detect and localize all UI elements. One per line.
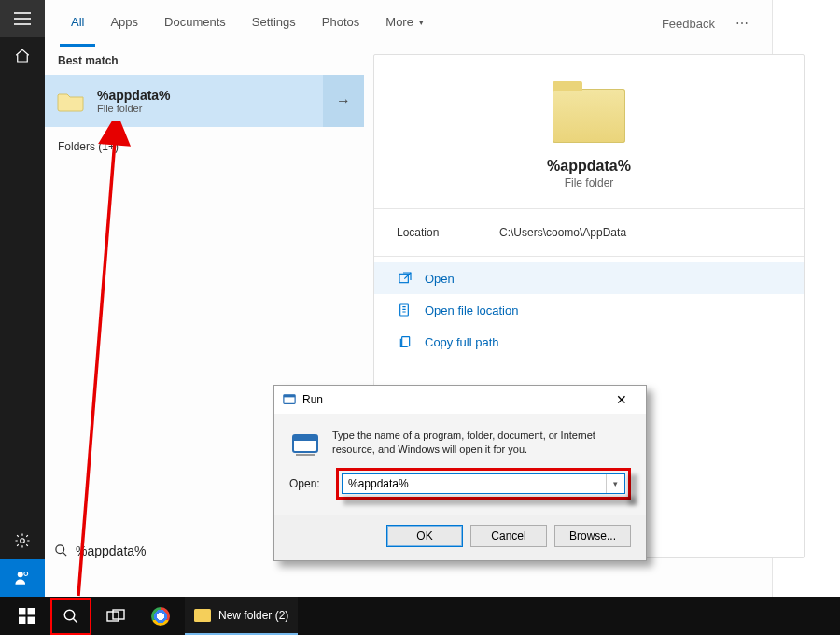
run-dialog: Run ✕ Type the name of a program, folder… xyxy=(273,385,647,561)
chevron-down-icon: ▾ xyxy=(419,18,424,27)
svg-rect-0 xyxy=(19,608,25,614)
browse-button[interactable]: Browse... xyxy=(554,525,631,547)
folder-icon xyxy=(194,609,211,622)
svg-point-11 xyxy=(21,539,25,543)
preview-title: %appdata% xyxy=(374,158,804,175)
copy-icon xyxy=(397,334,413,349)
action-open[interactable]: Open xyxy=(374,262,804,294)
taskbar-search-button[interactable] xyxy=(54,601,88,631)
tab-apps[interactable]: Apps xyxy=(99,0,149,47)
cancel-button[interactable]: Cancel xyxy=(470,525,547,547)
open-icon xyxy=(397,271,413,286)
taskbar-window-newfolder[interactable]: New folder (2) xyxy=(185,597,298,635)
folder-icon xyxy=(45,90,97,112)
svg-point-13 xyxy=(24,572,28,576)
open-label: Open: xyxy=(289,477,327,490)
svg-rect-16 xyxy=(399,274,408,282)
preview-subtitle: File folder xyxy=(374,176,804,190)
tab-all[interactable]: All xyxy=(60,0,95,47)
svg-rect-24 xyxy=(296,454,315,456)
best-match-subtitle: File folder xyxy=(97,103,323,114)
tab-photos[interactable]: Photos xyxy=(311,0,371,47)
svg-point-14 xyxy=(56,545,64,554)
open-field-highlight: ▾ xyxy=(336,468,631,500)
svg-rect-21 xyxy=(284,395,295,398)
open-input[interactable] xyxy=(343,474,606,493)
preview-details: Location C:\Users\coomo\AppData xyxy=(374,208,804,257)
action-label: Open xyxy=(425,272,455,286)
settings-gear-icon[interactable] xyxy=(0,522,45,559)
svg-rect-17 xyxy=(400,304,409,316)
more-options-button[interactable]: ⋯ xyxy=(728,16,757,31)
task-view-button[interactable] xyxy=(95,597,136,635)
account-icon[interactable] xyxy=(0,559,45,597)
folder-icon xyxy=(553,89,625,143)
expand-arrow-icon[interactable]: → xyxy=(323,75,364,127)
svg-rect-2 xyxy=(19,617,25,624)
svg-rect-18 xyxy=(402,337,410,346)
svg-line-15 xyxy=(63,552,66,556)
best-match-item[interactable]: %appdata% File folder → xyxy=(45,75,364,127)
action-label: Copy full path xyxy=(425,335,499,349)
svg-rect-3 xyxy=(27,617,34,624)
folders-group-header[interactable]: Folders (1+) xyxy=(45,127,364,166)
svg-line-5 xyxy=(73,618,77,623)
run-dialog-title: Run xyxy=(302,393,323,406)
action-copy-path[interactable]: Copy full path xyxy=(374,326,804,358)
action-label: Open file location xyxy=(425,303,518,318)
close-button[interactable]: ✕ xyxy=(603,392,640,407)
run-dialog-titlebar: Run ✕ xyxy=(274,386,646,414)
action-open-location[interactable]: Open file location xyxy=(374,294,804,326)
hamburger-icon[interactable] xyxy=(0,0,45,37)
run-icon xyxy=(289,429,321,460)
home-icon[interactable] xyxy=(0,37,45,75)
search-rail xyxy=(0,0,45,597)
ok-button[interactable]: OK xyxy=(386,525,463,547)
taskbar-search-highlight xyxy=(50,598,91,635)
location-value: C:\Users\coomo\AppData xyxy=(499,226,626,239)
tab-documents[interactable]: Documents xyxy=(153,0,237,47)
chrome-taskbar-icon[interactable] xyxy=(140,597,181,635)
location-label: Location xyxy=(397,226,499,239)
best-match-title: %appdata% xyxy=(97,88,323,103)
svg-rect-1 xyxy=(27,608,34,614)
svg-rect-23 xyxy=(293,435,317,441)
svg-point-12 xyxy=(18,572,23,577)
run-dialog-description: Type the name of a program, folder, docu… xyxy=(332,429,631,457)
search-icon xyxy=(54,543,68,557)
search-filter-tabs: All Apps Documents Settings Photos More … xyxy=(45,0,772,47)
dropdown-button[interactable]: ▾ xyxy=(606,474,624,493)
run-icon xyxy=(282,392,297,407)
taskbar-window-title: New folder (2) xyxy=(218,609,288,622)
tab-more[interactable]: More ▾ xyxy=(374,0,435,47)
tab-settings[interactable]: Settings xyxy=(241,0,307,47)
start-button[interactable] xyxy=(6,597,47,635)
feedback-link[interactable]: Feedback xyxy=(652,17,724,31)
taskbar: New folder (2) xyxy=(0,597,840,635)
folder-location-icon xyxy=(397,303,413,318)
best-match-header: Best match xyxy=(45,47,364,75)
svg-point-4 xyxy=(64,610,75,620)
